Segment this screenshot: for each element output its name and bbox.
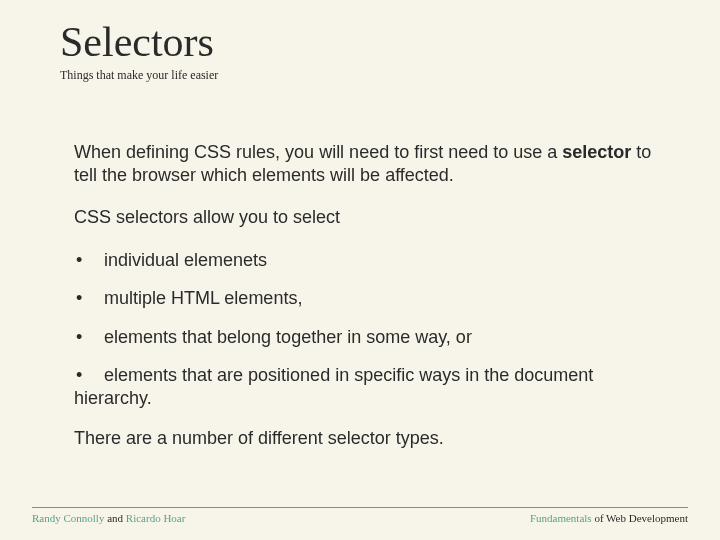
- footer-author-1: Randy Connolly: [32, 512, 104, 524]
- header: Selectors Things that make your life eas…: [0, 0, 720, 83]
- list-item: •individual elemenets: [74, 249, 660, 272]
- footer-book-pre: Fundamentals: [530, 512, 592, 524]
- footer: Randy Connolly and Ricardo Hoar Fundamen…: [32, 507, 688, 524]
- outro-paragraph: There are a number of different selector…: [74, 427, 660, 450]
- footer-right: Fundamentals of Web Development: [530, 512, 688, 524]
- bullet-text: elements that are positioned in specific…: [74, 365, 593, 408]
- intro-text-bold: selector: [562, 142, 631, 162]
- footer-divider: [32, 507, 688, 508]
- slide-subtitle: Things that make your life easier: [60, 68, 720, 83]
- footer-row: Randy Connolly and Ricardo Hoar Fundamen…: [32, 512, 688, 524]
- bullet-list: •individual elemenets •multiple HTML ele…: [74, 249, 660, 410]
- footer-book-post: of Web Development: [592, 512, 688, 524]
- lead-paragraph: CSS selectors allow you to select: [74, 206, 660, 229]
- footer-author-2: Ricardo Hoar: [126, 512, 186, 524]
- intro-text-pre: When defining CSS rules, you will need t…: [74, 142, 562, 162]
- content: When defining CSS rules, you will need t…: [0, 83, 720, 450]
- bullet-text: multiple HTML elements,: [104, 288, 302, 308]
- list-item: •elements that are positioned in specifi…: [74, 364, 660, 409]
- bullet-icon: •: [74, 249, 104, 272]
- footer-join: and: [104, 512, 125, 524]
- bullet-icon: •: [74, 326, 104, 349]
- intro-paragraph: When defining CSS rules, you will need t…: [74, 141, 660, 186]
- bullet-icon: •: [74, 364, 104, 387]
- list-item: •elements that belong together in some w…: [74, 326, 660, 349]
- bullet-icon: •: [74, 287, 104, 310]
- list-item: •multiple HTML elements,: [74, 287, 660, 310]
- bullet-text: individual elemenets: [104, 250, 267, 270]
- footer-left: Randy Connolly and Ricardo Hoar: [32, 512, 185, 524]
- slide-title: Selectors: [60, 18, 720, 66]
- bullet-text: elements that belong together in some wa…: [104, 327, 472, 347]
- slide: Selectors Things that make your life eas…: [0, 0, 720, 540]
